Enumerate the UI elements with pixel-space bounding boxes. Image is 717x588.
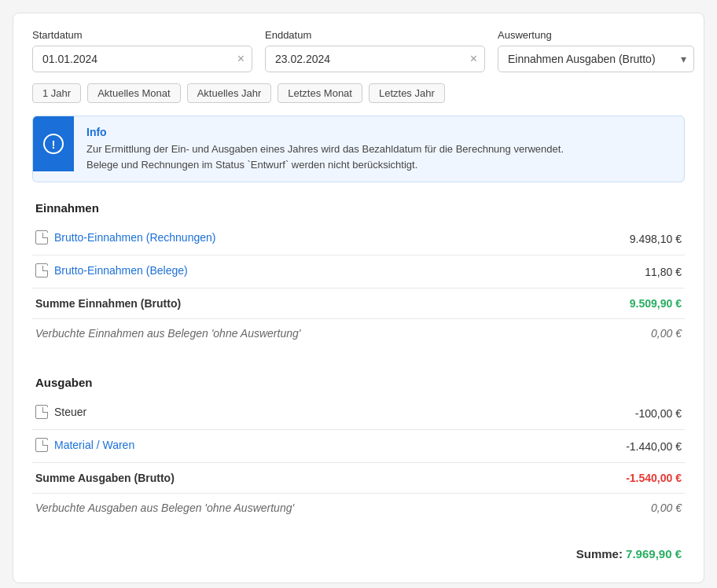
einnahmen-table: Brutto-Einnahmen (Rechnungen) 9.498,10 €… [32,222,685,347]
einnahmen-rechnungen-link[interactable]: Brutto-Einnahmen (Rechnungen) [54,231,215,244]
einnahmen-belege-value: 11,80 € [569,255,685,288]
ausgaben-sum-label: Summe Ausgaben (Brutto) [32,463,561,494]
auswertung-select-wrap: Einnahmen Ausgaben (Brutto) ▾ [498,46,694,72]
document-icon [35,438,48,452]
filter-letztes-jahr[interactable]: Letztes Jahr [369,83,445,103]
einnahmen-rechnungen-value: 9.498,10 € [569,222,685,255]
final-sum-row: Summe: 7.969,90 € [32,538,685,564]
ausgaben-table: Steuer -100,00 € Material / Waren -1.440… [32,397,685,522]
info-box: ! Info Zur Ermittlung der Ein- und Ausga… [32,116,685,182]
einnahmen-sum-label: Summe Einnahmen (Brutto) [32,288,569,319]
info-icon: ! [43,134,64,154]
document-icon [35,405,48,419]
filter-aktuelles-monat[interactable]: Aktuelles Monat [87,83,181,103]
einnahmen-sum-row: Summe Einnahmen (Brutto) 9.509,90 € [32,288,685,319]
auswertung-select[interactable]: Einnahmen Ausgaben (Brutto) [498,46,694,72]
ausgaben-title: Ausgaben [32,376,685,389]
ausgaben-sum-row: Summe Ausgaben (Brutto) -1.540,00 € [32,463,685,494]
einnahmen-italic-label: Verbuchte Einnahmen aus Belegen 'ohne Au… [32,319,569,348]
startdatum-input-wrap: × [32,46,252,72]
filter-1-jahr[interactable]: 1 Jahr [32,83,81,103]
main-container: Startdatum × Enddatum × Auswertung Einna… [13,13,704,583]
ausgaben-row1-cell: Steuer [32,397,561,430]
einnahmen-row2-cell: Brutto-Einnahmen (Belege) [32,255,569,288]
einnahmen-italic-row: Verbuchte Einnahmen aus Belegen 'ohne Au… [32,319,685,348]
filter-row: Startdatum × Enddatum × Auswertung Einna… [32,29,685,72]
filter-letztes-monat[interactable]: Letztes Monat [278,83,362,103]
ausgaben-italic-row: Verbuchte Ausgaben aus Belegen 'ohne Aus… [32,494,685,523]
final-sum-value: 7.969,90 € [626,547,682,560]
table-row: Material / Waren -1.440,00 € [32,430,685,463]
enddatum-clear-icon[interactable]: × [470,53,477,65]
ausgaben-steuer-value: -100,00 € [561,397,685,430]
einnahmen-belege-link[interactable]: Brutto-Einnahmen (Belege) [54,264,188,277]
startdatum-input[interactable] [32,46,252,72]
row-icon-wrap: Steuer [35,405,86,419]
auswertung-label: Auswertung [498,29,694,41]
ausgaben-italic-value: 0,00 € [561,494,685,523]
row-icon-wrap: Brutto-Einnahmen (Belege) [35,263,188,277]
einnahmen-italic-value: 0,00 € [569,319,685,348]
info-content: Info Zur Ermittlung der Ein- und Ausgabe… [74,116,576,182]
filter-aktuelles-jahr[interactable]: Aktuelles Jahr [187,83,272,103]
section-divider [32,363,685,376]
enddatum-label: Enddatum [265,29,485,41]
final-sum-label: Summe: [576,547,623,560]
info-text-line2: Belege und Rechnungen im Status `Entwurf… [86,159,417,171]
ausgaben-italic-label: Verbuchte Ausgaben aus Belegen 'ohne Aus… [32,494,561,523]
quick-filters-row: 1 Jahr Aktuelles Monat Aktuelles Jahr Le… [32,83,685,103]
startdatum-label: Startdatum [32,29,252,41]
info-text: Zur Ermittlung der Ein- und Ausgaben ein… [86,141,564,172]
enddatum-group: Enddatum × [265,29,485,72]
ausgaben-row2-cell: Material / Waren [32,430,561,463]
startdatum-group: Startdatum × [32,29,252,72]
enddatum-input[interactable] [265,46,485,72]
row-icon-wrap: Brutto-Einnahmen (Rechnungen) [35,230,215,244]
document-icon [35,230,48,244]
einnahmen-sum-value: 9.509,90 € [569,288,685,319]
startdatum-clear-icon[interactable]: × [237,53,245,65]
ausgaben-steuer-label: Steuer [54,406,86,418]
info-text-line1: Zur Ermittlung der Ein- und Ausgaben ein… [86,143,564,155]
table-row: Brutto-Einnahmen (Rechnungen) 9.498,10 € [32,222,685,255]
info-title: Info [86,126,564,138]
table-row: Brutto-Einnahmen (Belege) 11,80 € [32,255,685,288]
einnahmen-title: Einnahmen [32,201,685,215]
auswertung-group: Auswertung Einnahmen Ausgaben (Brutto) ▾ [498,29,694,72]
einnahmen-row1-cell: Brutto-Einnahmen (Rechnungen) [32,222,569,255]
table-row: Steuer -100,00 € [32,397,685,430]
row-icon-wrap: Material / Waren [35,438,134,452]
ausgaben-material-link[interactable]: Material / Waren [54,439,134,451]
document-icon [35,263,48,277]
info-icon-area: ! [33,116,74,171]
ausgaben-material-value: -1.440,00 € [561,430,685,463]
ausgaben-sum-value: -1.540,00 € [561,463,685,494]
enddatum-input-wrap: × [265,46,485,72]
